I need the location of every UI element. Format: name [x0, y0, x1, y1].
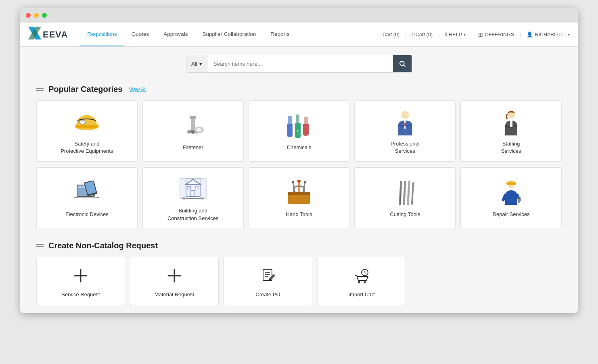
- tab-quotes[interactable]: Quotes: [124, 23, 157, 46]
- material-request-icon: [166, 268, 182, 287]
- svg-point-47: [297, 180, 301, 183]
- svg-rect-42: [288, 192, 310, 195]
- sep2: |: [438, 32, 439, 37]
- material-request-svg: [166, 268, 182, 284]
- category-professional[interactable]: ProfessionalServices: [354, 100, 456, 162]
- grid-icon: ⊞: [478, 31, 483, 38]
- category-fastener[interactable]: Fastener: [142, 100, 244, 162]
- logo[interactable]: EEVA: [28, 27, 68, 42]
- tab-approvals[interactable]: Approvals: [156, 23, 195, 46]
- category-electronic[interactable]: Electronic Devices: [36, 167, 138, 229]
- cuttingtools-label: Cutting Tools: [390, 211, 420, 218]
- line2: [36, 90, 44, 91]
- search-filter-dropdown[interactable]: All ▾: [186, 55, 207, 72]
- create-po-icon: [260, 268, 276, 287]
- svg-rect-48: [304, 181, 306, 183]
- user-chevron: ▾: [568, 32, 570, 37]
- svg-point-18: [297, 130, 299, 132]
- svg-point-71: [364, 281, 366, 283]
- professional-label: ProfessionalServices: [391, 140, 420, 155]
- handtools-svg: [285, 180, 313, 206]
- minimize-dot[interactable]: [34, 13, 39, 18]
- material-request-label: Material Request: [155, 291, 194, 297]
- non-catalog-create-po[interactable]: Create PO: [224, 257, 312, 305]
- svg-rect-5: [76, 125, 98, 128]
- chemicals-svg: [285, 113, 313, 139]
- svg-rect-58: [517, 197, 521, 199]
- svg-line-69: [365, 272, 366, 273]
- import-cart-svg: [353, 268, 370, 284]
- cuttingtools-icon: [389, 179, 421, 207]
- non-catalog-grid: Service Request Material Request: [36, 257, 562, 305]
- category-staffing[interactable]: StaffingServices: [460, 100, 562, 162]
- svg-rect-27: [78, 186, 82, 188]
- search-input[interactable]: [207, 55, 393, 72]
- close-dot[interactable]: [26, 13, 31, 18]
- professional-icon: [389, 108, 421, 136]
- service-request-svg: [73, 268, 89, 284]
- svg-rect-56: [506, 183, 516, 185]
- svg-point-40: [201, 197, 203, 200]
- staffing-svg: [497, 109, 525, 135]
- non-catalog-lines-icon: [36, 244, 44, 247]
- electronic-label: Electronic Devices: [65, 211, 109, 218]
- header-left: EEVA Requisitions Quotes Approvals Suppl…: [28, 23, 297, 46]
- help-label: HELP: [449, 32, 462, 37]
- svg-rect-24: [510, 121, 512, 127]
- search-bar: All ▾: [186, 55, 412, 73]
- category-grid-row1: Safety andProtective Equipments: [36, 100, 562, 162]
- svg-rect-17: [304, 117, 308, 124]
- category-repair[interactable]: Repair Services: [460, 167, 562, 229]
- handtools-icon: [283, 179, 315, 207]
- svg-rect-46: [292, 181, 294, 183]
- svg-point-7: [81, 121, 84, 123]
- tab-requisitions[interactable]: Requisitions: [80, 23, 124, 46]
- pcart-link[interactable]: PCart (0): [412, 32, 433, 37]
- fastener-icon: [177, 112, 209, 140]
- cart-link[interactable]: Cart (0): [383, 32, 399, 37]
- safety-label: Safety andProtective Equipments: [61, 140, 113, 155]
- chemicals-label: Chemicals: [287, 144, 312, 151]
- search-icon: [399, 60, 406, 67]
- building-svg: [178, 176, 208, 202]
- help-icon: ℹ: [445, 31, 447, 37]
- logo-x: [28, 27, 41, 42]
- svg-point-39: [183, 197, 185, 200]
- offerings-label: OFFERINGS: [485, 32, 514, 37]
- building-label: Building andConstruction Services: [167, 207, 218, 222]
- category-safety[interactable]: Safety andProtective Equipments: [36, 100, 138, 162]
- sep3: |: [471, 32, 473, 37]
- category-chemicals[interactable]: Chemicals: [249, 100, 350, 162]
- non-catalog-import-cart[interactable]: Import Cart: [317, 257, 406, 305]
- non-catalog-material-request[interactable]: Material Request: [130, 257, 219, 305]
- fastener-svg: [179, 114, 207, 138]
- maximize-dot[interactable]: [42, 13, 47, 18]
- electronic-svg: [72, 181, 102, 205]
- search-button[interactable]: [393, 55, 412, 72]
- logo-icon: [28, 27, 41, 40]
- category-handtools[interactable]: Hand Tools: [249, 167, 350, 229]
- safety-icon: [71, 108, 103, 136]
- category-cuttingtools[interactable]: Cutting Tools: [354, 167, 456, 229]
- user-menu[interactable]: 👤 RICHARD P... ▾: [527, 31, 570, 37]
- non-catalog-service-request[interactable]: Service Request: [36, 257, 125, 305]
- header: EEVA Requisitions Quotes Approvals Suppl…: [20, 23, 578, 47]
- electronic-icon: [71, 179, 103, 207]
- offerings-link[interactable]: ⊞ OFFERINGS: [478, 31, 514, 38]
- tab-reports[interactable]: Reports: [263, 23, 297, 46]
- svg-point-70: [358, 281, 360, 283]
- repair-icon: [495, 179, 527, 207]
- help-link[interactable]: ℹ HELP ▾: [445, 31, 466, 37]
- sep4: |: [520, 32, 521, 37]
- view-all-link[interactable]: View All: [129, 87, 146, 92]
- building-icon: [177, 175, 209, 203]
- import-cart-icon: [353, 268, 370, 287]
- staffing-label: StaffingServices: [501, 140, 521, 155]
- svg-point-2: [400, 61, 404, 66]
- category-building[interactable]: Building andConstruction Services: [142, 167, 244, 229]
- tab-supplier-collaboration[interactable]: Supplier Collaboration: [195, 23, 263, 46]
- non-catalog-header: Create Non-Catalog Request: [36, 241, 562, 250]
- svg-point-14: [197, 128, 201, 131]
- nc-line1: [36, 244, 44, 245]
- service-request-label: Service Request: [61, 291, 100, 297]
